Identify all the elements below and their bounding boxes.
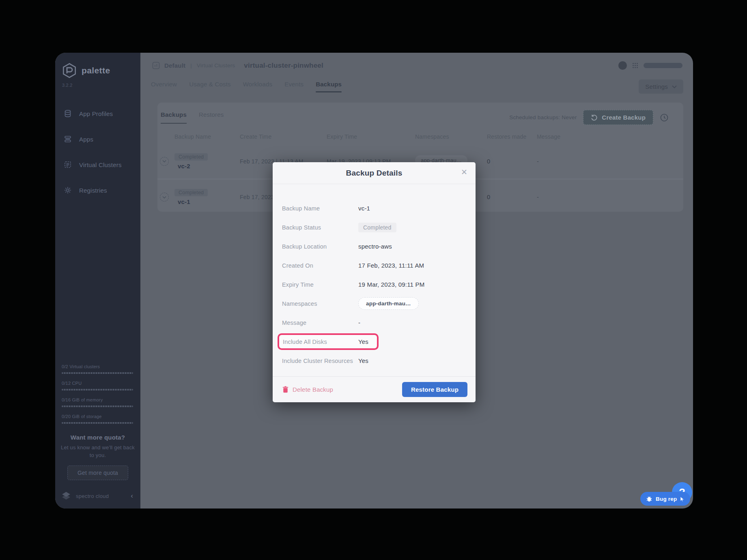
sidebar-item-apps[interactable]: Apps (55, 130, 140, 148)
avatar[interactable] (618, 61, 627, 70)
col-backup-name: Backup Name (174, 133, 240, 140)
message: - (537, 194, 683, 200)
panel-tab-backups[interactable]: Backups (161, 111, 187, 124)
delete-backup-button[interactable]: Delete Backup (282, 386, 333, 393)
col-create-time: Create Time (240, 133, 327, 140)
get-more-quota-button[interactable]: Get more quota (67, 466, 128, 480)
tab-overview[interactable]: Overview (151, 81, 177, 92)
sidebar-footer: spectro cloud ‹ (55, 480, 140, 509)
field-backup-location: Backup Location spectro-aws (273, 237, 476, 256)
panel-tab-restores[interactable]: Restores (199, 111, 224, 124)
quota-section: 0/2 Virtual clusters 0/12 CPU 0/16 GiB o… (55, 364, 140, 431)
row-expander-icon[interactable] (160, 193, 169, 202)
create-backup-label: Create Backup (602, 114, 646, 121)
project-icon (152, 61, 160, 70)
sidebar: palette 3.2.2 App Profiles (55, 53, 140, 509)
quota-label: 0/12 CPU (62, 381, 133, 386)
settings-button-label: Settings (645, 83, 668, 90)
restores-made: 0 (487, 158, 537, 165)
quota-cta: Want more quota? Let us know and we'll g… (55, 431, 140, 480)
status-badge: Completed (174, 189, 208, 196)
modal-body: Backup Name vc-1 Backup Status Completed… (273, 184, 476, 370)
namespace-chip: app-darth-mau… (358, 297, 419, 310)
row-expander-icon[interactable] (160, 157, 169, 166)
clock-icon[interactable] (660, 113, 669, 122)
close-icon[interactable]: ✕ (461, 168, 467, 176)
sidebar-item-label: App Profiles (79, 110, 113, 117)
delete-backup-label: Delete Backup (293, 386, 333, 393)
quota-progressbar (62, 372, 133, 374)
col-restores-made: Restores made (487, 133, 537, 140)
field-backup-name: Backup Name vc-1 (273, 199, 476, 218)
restores-made: 0 (487, 194, 537, 200)
quota-cpu: 0/12 CPU (62, 381, 133, 390)
sidebar-item-registries[interactable]: Registries (55, 181, 140, 199)
trash-icon (282, 386, 288, 393)
sidebar-item-label: Virtual Clusters (79, 161, 122, 168)
tab-usage-costs[interactable]: Usage & Costs (189, 81, 231, 92)
tab-events[interactable]: Events (284, 81, 304, 92)
highlight-box: Include All Disks Yes (278, 333, 379, 350)
user-menu-pill[interactable] (644, 63, 682, 68)
chevron-down-icon (672, 85, 677, 88)
status-badge: Completed (174, 153, 208, 161)
backup-details-modal: Backup Details ✕ Backup Name vc-1 Backup… (273, 162, 476, 402)
bug-icon (646, 496, 652, 502)
breadcrumb-separator: | (189, 62, 193, 69)
tab-workloads[interactable]: Workloads (243, 81, 272, 92)
quota-storage: 0/20 GiB of storage (62, 414, 133, 424)
field-include-cluster-resources: Include Cluster Resources Yes (273, 351, 476, 370)
backup-name: vc-1 (174, 198, 190, 205)
screen: palette 3.2.2 App Profiles (0, 0, 747, 560)
breadcrumb-section[interactable]: Virtual Clusters (197, 62, 235, 69)
tab-backups[interactable]: Backups (316, 81, 342, 92)
sidebar-item-virtual-clusters[interactable]: Virtual Clusters (55, 156, 140, 174)
page-title: virtual-cluster-pinwheel (244, 62, 323, 70)
sidebar-collapse-chevron-icon[interactable]: ‹ (131, 492, 133, 500)
topbar-icons (618, 61, 682, 70)
message: - (537, 158, 683, 165)
quota-progressbar (62, 406, 133, 407)
field-namespaces: Namespaces app-darth-mau… (273, 294, 476, 313)
quota-memory: 0/16 GiB of memory (62, 397, 133, 407)
sidebar-nav: App Profiles Apps (55, 105, 140, 207)
backups-panel-head: Backups Restores Scheduled backups: Neve… (157, 103, 683, 125)
settings-button[interactable]: Settings (639, 79, 683, 94)
field-created-on: Created On 17 Feb, 2023, 11:11 AM (273, 256, 476, 275)
scheduled-backups-text: Scheduled backups: Never (509, 114, 577, 120)
topbar: Default | Virtual Clusters virtual-clust… (140, 53, 693, 70)
bug-report-button[interactable]: Bug rep (640, 492, 690, 506)
backup-name: vc-2 (174, 163, 190, 170)
gear-icon (64, 186, 72, 194)
status-badge: Completed (358, 223, 396, 232)
sidebar-item-label: Registries (79, 187, 107, 194)
quota-label: 0/2 Virtual clusters (62, 364, 133, 369)
virtual-clusters-icon (64, 161, 72, 169)
col-expiry-time: Expiry Time (327, 133, 415, 140)
panel-head-right: Scheduled backups: Never Create Backup (509, 110, 669, 125)
quota-progressbar (62, 389, 133, 390)
apps-grid-icon[interactable] (632, 62, 638, 69)
modal-title: Backup Details (346, 169, 402, 178)
quota-progressbar (62, 422, 133, 424)
create-backup-button[interactable]: Create Backup (583, 110, 653, 125)
cluster-tabbar: Overview Usage & Costs Workloads Events … (140, 70, 693, 94)
modal-header: Backup Details ✕ (273, 162, 476, 184)
field-message: Message - (273, 313, 476, 332)
app-version: 3.2.2 (55, 83, 140, 88)
sidebar-item-app-profiles[interactable]: App Profiles (55, 105, 140, 122)
bug-report-label: Bug rep (656, 496, 677, 502)
quota-virtual-clusters: 0/2 Virtual clusters (62, 364, 133, 374)
col-namespaces: Namespaces (415, 133, 487, 140)
quota-cta-body: Let us know and we'll get back to you. (61, 444, 135, 459)
breadcrumb-project[interactable]: Default (164, 62, 185, 69)
breadcrumb: Default | Virtual Clusters virtual-clust… (152, 61, 323, 70)
cursor-icon (680, 496, 685, 502)
sidebar-item-label: Apps (79, 136, 93, 143)
apps-icon (64, 135, 72, 143)
app-profiles-icon (64, 109, 72, 118)
col-message: Message (537, 133, 683, 140)
restore-backup-button[interactable]: Restore Backup (402, 382, 467, 397)
field-backup-status: Backup Status Completed (273, 218, 476, 237)
app-name: palette (82, 66, 110, 75)
